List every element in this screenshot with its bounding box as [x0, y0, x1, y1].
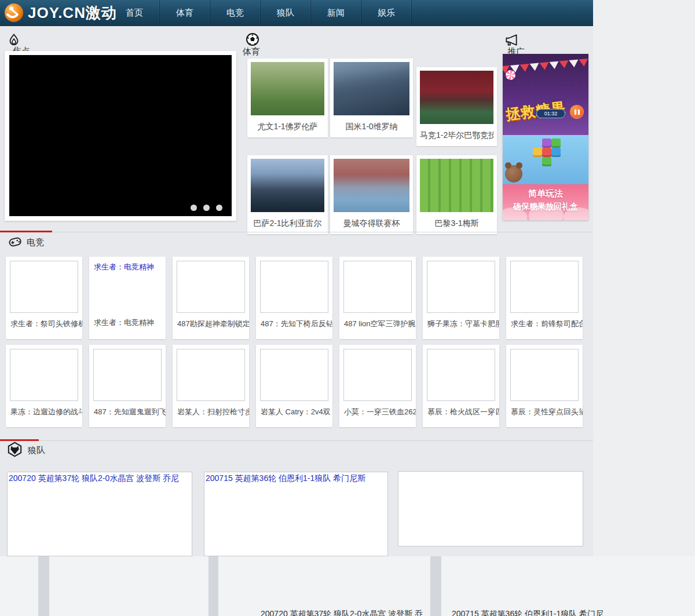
match-photo	[251, 62, 324, 115]
match-caption: 尤文1-1佛罗伦萨	[251, 115, 324, 137]
ad-banner[interactable]: 拯救糖果 01:32 简单玩法 确保糖果放回礼盒	[503, 54, 588, 220]
ad-timer: 01:32	[536, 109, 565, 118]
video-caption: 小莫：一穿三铁血262	[339, 401, 416, 423]
video-caption: 487 lion空军三弹护腕	[339, 313, 416, 335]
carousel-dot-3[interactable]	[216, 205, 222, 211]
wolves-accent-line	[0, 439, 39, 441]
sports-card[interactable]: 巴萨2-1比利亚雷尔	[247, 155, 328, 234]
page: JOY.CN激动 首页 体育 电竞 狼队 新闻 娱乐 焦点	[0, 0, 695, 616]
focus-carousel	[5, 51, 236, 221]
logo-ball-icon	[3, 2, 24, 23]
sports-card[interactable]: 尤文1-1佛罗伦萨	[247, 59, 328, 137]
wolves-video-item[interactable]: 200720 英超第37轮 狼队2-0水晶宫 波登斯 乔尼	[7, 472, 192, 556]
wolves-video-item[interactable]	[398, 471, 583, 546]
nav-item-home[interactable]: 首页	[109, 0, 160, 25]
video-caption: 求生者：前锋祭司配合	[506, 313, 583, 335]
esports-card[interactable]: 求生者：电竞精神 求生者：电竞精神	[89, 257, 166, 339]
sports-card[interactable]: 马竞1-2毕尔巴鄂竞技	[416, 67, 497, 146]
esports-card[interactable]: 岩某人 Catry：2v4双	[256, 345, 332, 427]
esports-row-1: 求生者：祭司头铁修机 求生者：电竞精神 求生者：电竞精神 487勘探超神牵制锁定…	[0, 257, 593, 339]
wolves-video-item[interactable]: 200715 英超第36轮 伯恩利1-1狼队 希门尼斯	[204, 472, 388, 556]
video-thumbnail	[93, 349, 162, 401]
carousel-dot-2[interactable]	[203, 205, 210, 211]
wolf-badge-icon	[7, 442, 23, 457]
video-caption: 487：先知下椅后反钻	[256, 313, 332, 335]
video-thumbnail	[510, 261, 579, 313]
megaphone-icon	[504, 32, 519, 48]
divider-bar	[209, 556, 218, 616]
esports-card[interactable]: 487勘探超神牵制锁定	[173, 257, 249, 339]
esports-card[interactable]: 岩某人：扫射控枪寸步	[173, 345, 249, 427]
video-caption: 岩某人 Catry：2v4双	[256, 401, 332, 423]
esports-card[interactable]: 求生者：祭司头铁修机	[6, 257, 82, 339]
lollipop-candy	[506, 70, 515, 80]
video-thumbnail	[177, 349, 245, 401]
esports-row-2: 果冻：边遛边修的战斗 487：先知遛鬼遛到飞 岩某人：扫射控枪寸步 岩某人 Ca…	[0, 345, 593, 427]
video-thumbnail	[343, 349, 412, 401]
match-caption: 巴黎3-1梅斯	[420, 212, 493, 234]
esports-card[interactable]: 487：先知遛鬼遛到飞	[89, 345, 166, 427]
video-caption: 岩某人：扫射控枪寸步	[173, 401, 249, 423]
video-thumbnail	[260, 261, 328, 313]
ad-tagline-area: 简单玩法 确保糖果放回礼盒	[503, 184, 588, 220]
esports-section-title: 电竞	[27, 237, 44, 248]
esports-card[interactable]: 狮子果冻：守墓卡肥胖	[423, 257, 499, 339]
wolves-video-link-clipped[interactable]: 200715 英超第36轮 伯恩利1-1狼队 希门尼	[452, 609, 603, 616]
wolves-video-link[interactable]: 200720 英超第37轮 狼队2-0水晶宫 波登斯 乔尼	[8, 472, 192, 484]
wolves-section-title: 狼队	[28, 445, 45, 456]
pause-icon[interactable]	[570, 105, 584, 119]
logo-text: JOY.CN激动	[28, 3, 117, 23]
match-photo	[420, 159, 493, 212]
sports-section-title: 体育	[243, 46, 260, 57]
sports-card[interactable]: 国米1-0维罗纳	[330, 59, 413, 137]
site-logo[interactable]: JOY.CN激动	[3, 2, 117, 23]
esports-card[interactable]: 慕辰：枪火战区一穿四	[423, 345, 499, 427]
video-thumbnail	[427, 261, 495, 313]
nav-item-esports[interactable]: 电竞	[210, 0, 261, 25]
carousel-dots	[191, 205, 222, 211]
wolves-video-link[interactable]: 200715 英超第36轮 伯恩利1-1狼队 希门尼斯	[204, 472, 387, 484]
esports-card[interactable]: 慕辰：灵性穿点回头望	[506, 345, 583, 427]
wolves-video-link-clipped[interactable]: 200720 英超第37轮 狼队2-0水晶宫 波登斯 乔	[261, 609, 423, 616]
video-thumbnail	[510, 349, 579, 401]
video-caption: 487勘探超神牵制锁定	[173, 313, 249, 335]
carousel-video-slide[interactable]	[9, 55, 232, 216]
divider-bar	[38, 556, 49, 616]
flame-icon	[7, 33, 21, 47]
esports-card[interactable]: 小莫：一穿三铁血262	[339, 345, 416, 427]
esports-card[interactable]: 果冻：边遛边修的战斗	[6, 345, 82, 427]
match-caption: 马竞1-2毕尔巴鄂竞技	[420, 124, 493, 146]
match-photo	[334, 62, 409, 115]
nav-item-news[interactable]: 新闻	[311, 0, 361, 25]
nav-item-wolves[interactable]: 狼队	[261, 0, 311, 25]
video-caption: 慕辰：枪火战区一穿四	[423, 401, 499, 423]
ad-tagline-1: 简单玩法	[503, 188, 588, 199]
nav-item-sports[interactable]: 体育	[160, 0, 210, 25]
nav-item-entertainment[interactable]: 娱乐	[361, 0, 412, 25]
match-photo	[334, 159, 409, 212]
section-divider	[0, 232, 593, 232]
ad-top-scene: 拯救糖果 01:32	[503, 54, 588, 135]
video-caption: 487：先知遛鬼遛到飞	[89, 401, 166, 423]
video-thumbnail: 求生者：电竞精神	[93, 261, 162, 312]
esports-card[interactable]: 求生者：前锋祭司配合	[506, 257, 583, 339]
video-thumbnail	[427, 349, 495, 401]
video-caption: 求生者：祭司头铁修机	[6, 313, 82, 335]
match-caption: 国米1-0维罗纳	[334, 115, 409, 137]
esports-accent-line	[0, 231, 52, 232]
esports-card[interactable]: 487：先知下椅后反钻	[256, 257, 332, 339]
gamepad-icon	[7, 234, 23, 249]
match-caption: 巴萨2-1比利亚雷尔	[251, 212, 324, 234]
esports-card[interactable]: 487 lion空军三弹护腕	[339, 257, 416, 339]
bottom-partial-render: 200720 英超第37轮 狼队2-0水晶宫 波登斯 乔 200715 英超第3…	[0, 556, 695, 616]
mascot-character	[505, 165, 522, 183]
video-alt-link[interactable]: 求生者：电竞精神	[93, 261, 162, 274]
carousel-dot-1[interactable]	[191, 205, 197, 211]
sports-card[interactable]: 巴黎3-1梅斯	[416, 155, 497, 234]
video-thumbnail	[343, 261, 412, 313]
video-caption: 求生者：电竞精神	[89, 312, 166, 334]
sports-card[interactable]: 曼城夺得联赛杯	[330, 155, 413, 234]
match-photo	[420, 71, 493, 124]
wolves-video-link[interactable]	[398, 472, 583, 473]
video-caption: 慕辰：灵性穿点回头望	[506, 401, 583, 423]
